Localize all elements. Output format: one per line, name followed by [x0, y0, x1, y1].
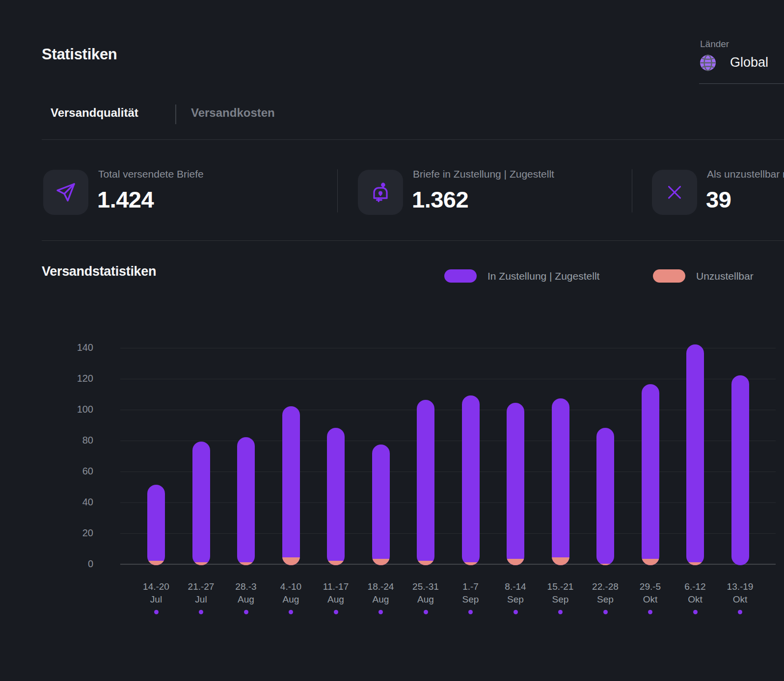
x-axis-label: 21.-27Jul — [178, 580, 225, 606]
gridline — [120, 564, 776, 565]
gridline — [120, 533, 776, 534]
y-axis-tick: 60 — [49, 466, 93, 477]
x-axis-label: 29.-5Okt — [627, 580, 674, 606]
x-axis-dot — [244, 610, 248, 614]
y-axis-tick: 120 — [49, 373, 93, 384]
gridline — [120, 441, 776, 441]
bar-8--14-sep[interactable] — [507, 403, 524, 565]
x-axis-label: 1.-7Sep — [447, 580, 494, 606]
x-axis-dot — [603, 610, 608, 614]
bar-18--24-aug[interactable] — [372, 445, 390, 565]
x-axis-dot — [289, 610, 293, 614]
bar-chart: 02040608010012014014.-20Jul21.-27Jul28.-… — [0, 0, 784, 681]
x-axis-label: 22.-28Sep — [582, 580, 629, 606]
x-axis-dot — [378, 610, 383, 614]
gridline — [120, 348, 776, 348]
gridline — [120, 379, 776, 379]
y-axis-tick: 0 — [49, 558, 93, 570]
x-axis-label: 6.-12Okt — [672, 580, 719, 606]
bar-15--21-sep[interactable] — [552, 398, 569, 565]
x-axis-dot — [693, 610, 698, 614]
bar-6--12-okt[interactable] — [686, 344, 704, 565]
x-axis-label: 11.-17Aug — [312, 580, 359, 606]
x-axis-dot — [558, 610, 563, 614]
y-axis-tick: 40 — [49, 497, 93, 508]
x-axis-label: 18.-24Aug — [357, 580, 405, 606]
y-axis-tick: 140 — [49, 342, 93, 353]
gridline — [120, 410, 776, 410]
y-axis-tick: 100 — [49, 404, 93, 415]
x-axis-label: 15.-21Sep — [537, 580, 584, 606]
x-axis-label: 13.-19Okt — [717, 580, 764, 606]
x-axis-label: 25.-31Aug — [402, 580, 449, 606]
y-axis-tick: 80 — [49, 435, 93, 446]
y-axis-tick: 20 — [49, 527, 93, 539]
bar-25--31-aug[interactable] — [417, 400, 434, 565]
bar-29--5-okt[interactable] — [642, 384, 659, 565]
bar-28--3-aug[interactable] — [237, 437, 255, 565]
bar-1--7-sep[interactable] — [462, 395, 480, 566]
statistics-page: Statistiken Länder Global Versandqualitä… — [0, 0, 784, 681]
bar-21--27-jul[interactable] — [192, 442, 210, 565]
x-axis-label: 8.-14Sep — [492, 580, 539, 606]
x-axis-label: 4.-10Aug — [268, 580, 315, 606]
bar-4--10-aug[interactable] — [282, 406, 300, 565]
x-axis-dot — [199, 610, 203, 614]
x-axis-dot — [514, 610, 518, 614]
x-axis-dot — [424, 610, 428, 614]
bar-22--28-sep[interactable] — [596, 428, 614, 565]
bar-13--19-okt[interactable] — [731, 375, 749, 565]
gridline — [120, 471, 776, 472]
bar-14--20-jul[interactable] — [147, 485, 165, 565]
x-axis-dot — [648, 610, 652, 614]
x-axis-label: 28.-3Aug — [222, 580, 270, 606]
gridline — [120, 502, 776, 503]
x-axis-dot — [468, 610, 473, 614]
x-axis-dot — [738, 610, 742, 614]
x-axis-dot — [154, 610, 159, 614]
x-axis-dot — [334, 610, 338, 614]
x-axis-label: 14.-20Jul — [133, 580, 180, 606]
bar-11--17-aug[interactable] — [327, 428, 345, 565]
